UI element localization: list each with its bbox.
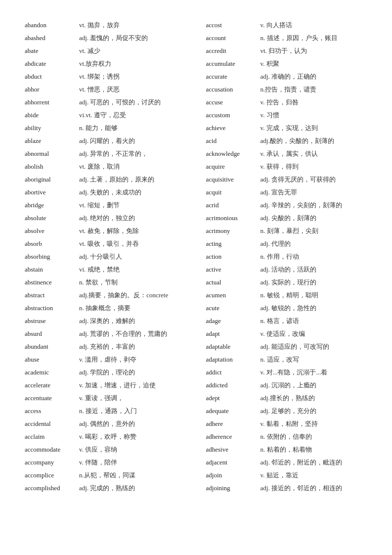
list-item: acuteadj. 敏锐的，急性的 [206,303,368,314]
word-label: adage [206,317,261,325]
definition-text: adj. 闪耀的，着火的 [79,137,186,145]
word-label: acute [206,304,261,312]
list-item: accountn. 描述，原因，户头，账目 [206,33,368,44]
definition-text: v. 贴近，靠近 [261,471,368,480]
list-item: acridadj. 辛辣的，尖刻的，刻薄的 [206,200,368,211]
list-item: adjacentadj. 邻近的，附近的，毗连的 [206,457,368,468]
definition-text: adj. 宣告无罪 [261,188,368,197]
word-label: abdicate [25,60,79,68]
list-item: absorbingadj. 十分吸引人 [25,251,186,262]
list-item: adeptadj.擅长的，熟练的 [206,393,368,404]
list-item: accessn. 接近，通路，入门 [25,406,186,416]
word-label: accusation [206,86,261,93]
word-label: accomplice [25,471,79,479]
list-item: abortiveadj. 失败的，未成功的 [25,187,186,198]
definition-text: v. 获得，得到 [261,162,368,171]
list-item: abdicatevt.放弃权力 [25,58,186,69]
word-label: academic [25,369,79,376]
definition-text: adj. 绝对的，独立的 [79,214,186,223]
word-label: adjoining [206,484,261,492]
list-item: accumulatev. 积聚 [206,58,368,69]
dictionary-grid: abandonvt. 抛弃，放弃accostv. 向人搭话abashedadj.… [25,20,367,494]
word-label: absorb [25,240,79,248]
word-label: acquisitive [206,176,261,184]
word-label: adherence [206,433,261,441]
word-label: absolute [25,214,79,222]
definition-text: n.从犯，帮凶，同谋 [79,471,186,480]
definition-text: n. 敏锐，精明，聪明 [261,291,368,300]
list-item: abhorrentadj. 可恶的，可恨的，讨厌的 [25,97,186,108]
definition-text: vt. 抛弃，放弃 [79,21,186,30]
word-label: aboriginal [25,176,79,184]
list-item: ablazeadj. 闪耀的，着火的 [25,136,186,146]
list-item: acknowledgev. 承认，属实，供认 [206,148,368,159]
word-label: adapt [206,330,261,338]
list-item: acquitadj. 宣告无罪 [206,187,368,198]
definition-text: n. 粘着的，粘着物 [261,445,368,454]
word-label: adaptation [206,356,261,364]
word-label: absurd [25,330,79,338]
definition-text: vt. 废除，取消 [79,162,186,171]
word-label: abate [25,47,79,55]
list-item: adaptationn. 适应，改写 [206,354,368,365]
list-item: adhesiven. 粘着的，粘着物 [206,444,368,455]
list-item: academicadj. 学院的，理论的 [25,367,186,378]
list-item: abridgevt. 缩短，删节 [25,200,186,211]
word-label: adept [206,394,261,402]
definition-text: vi. 戒绝，禁绝 [79,265,186,274]
list-item: abstractionn. 抽象概念，摘要 [25,303,186,314]
word-label: acid [206,137,261,145]
definition-text: vt. 赦免，解除，免除 [79,227,186,235]
definition-text: adj. 准确的，正确的 [261,72,368,81]
definition-text: adj. 能适应的，可改写的 [261,342,368,351]
definition-text: n. 适应，改写 [261,355,368,364]
word-label: addicted [206,381,261,389]
definition-text: v. 向人搭话 [261,21,368,30]
word-label: abhor [25,86,79,93]
definition-text: n. 抽象概念，摘要 [79,304,186,313]
word-label: acrimony [206,227,261,235]
list-item: activeadj. 活动的，活跃的 [206,264,368,275]
list-item: absurdadj. 荒谬的，不合理的，荒庸的 [25,328,186,339]
definition-text: v. 加速，增速，进行，迫使 [79,381,186,390]
word-label: ablaze [25,137,79,145]
word-label: addict [206,369,261,376]
list-item: acidadj.酸的，尖酸的，刻薄的 [206,136,368,146]
word-label: accurate [206,73,261,81]
definition-text: n. 能力，能够 [79,124,186,133]
list-item: accreditvt. 归功于，认为 [206,46,368,56]
definition-text: vt. 憎恶，厌恶 [79,85,186,94]
definition-text: adj. 偶然的，意外的 [79,419,186,428]
definition-text: adj. 充裕的，丰富的 [79,342,186,351]
definition-text: adj. 异常的，不正常的， [79,149,186,158]
definition-text: adj. 实际的，现行的 [261,278,368,287]
list-item: abstractadj.摘要，抽象的。反：concrete [25,290,186,301]
word-label: accidental [25,420,79,428]
definition-text: adj. 沉溺的，上瘾的 [261,381,368,390]
list-item: abnormaladj. 异常的，不正常的， [25,148,186,159]
word-label: acquire [206,163,261,171]
definition-text: v. 重读，强调， [79,394,186,403]
definition-text: vi.vt. 遵守，忍受 [79,111,186,120]
list-item: acumenn. 敏锐，精明，聪明 [206,290,368,301]
list-item: abundantadj. 充裕的，丰富的 [25,341,186,352]
word-label: adaptable [206,343,261,351]
definition-text: v. 完成，实现，达到 [261,124,368,133]
definition-text: adj. 邻近的，附近的，毗连的 [261,458,368,467]
word-label: acquit [206,188,261,196]
word-label: acclaim [25,433,79,441]
list-item: adaptv. 使适应，改编 [206,328,368,339]
list-item: accommodatev. 供应，容纳 [25,444,186,455]
word-label: abstruse [25,317,79,325]
list-item: abidevi.vt. 遵守，忍受 [25,110,186,121]
word-label: action [206,253,261,261]
list-item: acclaimv. 喝彩，欢呼，称赞 [25,431,186,442]
definition-text: n.控告，指责，谴责 [261,85,368,94]
word-label: abstain [25,266,79,274]
definition-text: adj. 深奥的，难解的 [79,317,186,325]
word-label: accustom [206,111,261,119]
word-label: abundant [25,343,79,351]
word-label: abolish [25,163,79,171]
list-item: actingadj. 代理的 [206,238,368,249]
list-item: acquirev. 获得，得到 [206,161,368,172]
